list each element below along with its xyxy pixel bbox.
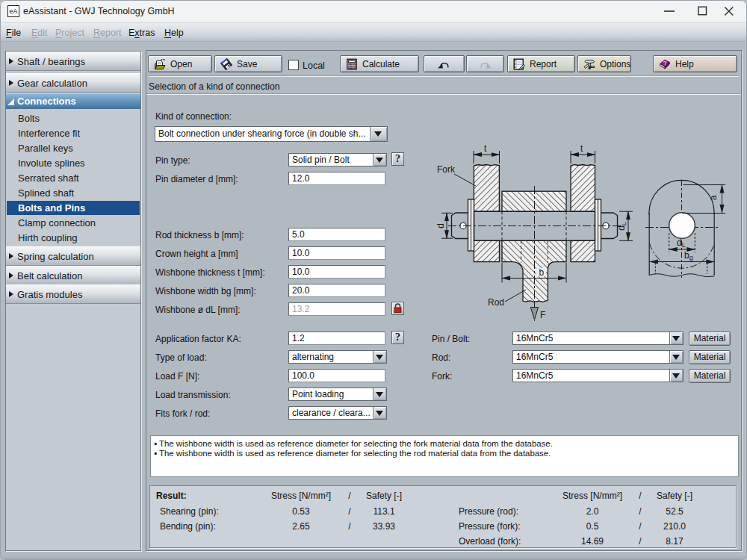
svg-text:a: a: [708, 195, 719, 200]
svg-text:Rod: Rod: [488, 297, 504, 308]
svg-text:bg: bg: [684, 250, 693, 261]
svg-text:F: F: [540, 310, 545, 320]
svg-text:d: d: [436, 223, 446, 228]
svg-text:t: t: [580, 143, 583, 154]
svg-text:?: ?: [663, 59, 668, 67]
svg-text:t: t: [484, 143, 487, 154]
svg-text:Fork: Fork: [437, 164, 456, 175]
svg-text:b: b: [539, 267, 545, 278]
svg-text:dL: dL: [677, 237, 686, 249]
svg-text:dL: dL: [616, 222, 627, 231]
